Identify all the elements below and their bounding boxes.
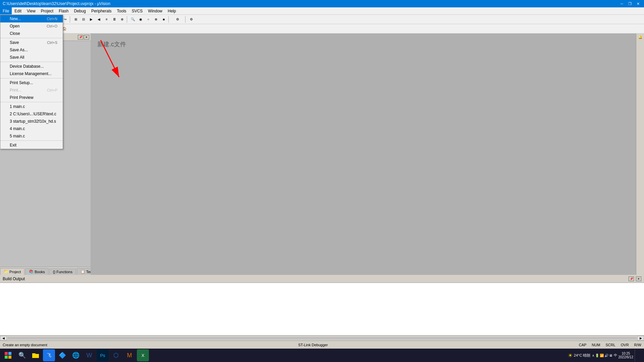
menu-print-label: Print... <box>10 88 21 93</box>
menu-exit-label: Exit <box>10 143 16 147</box>
taskbar-edge[interactable]: 🌐 <box>70 349 82 361</box>
build-scrollbar[interactable]: ◀ ▶ <box>0 335 644 341</box>
tb13[interactable]: ⚙ <box>171 16 184 23</box>
menu-print-setup[interactable]: Print Setup... <box>0 79 63 86</box>
tb1[interactable]: ⊞ <box>72 16 79 23</box>
build-close-btn[interactable]: ✕ <box>636 277 641 281</box>
menu-save-as-label: Save As... <box>10 48 28 52</box>
editor-content[interactable]: 新建.c文件 <box>97 40 126 48</box>
toolbar-main: 📄 📂 💾 ✂ 📋 📌 ↩ ↪ ⊞ ⊟ ▶ ◀ ≡ ≣ ⊕ 🔍 ◉ ○ ⊗ ■ <box>0 15 644 24</box>
taskbar-search[interactable]: 🔍 <box>16 349 28 361</box>
restore-button[interactable]: ❐ <box>627 1 633 6</box>
menu-flash[interactable]: Flash <box>56 7 71 14</box>
minimize-button[interactable]: ─ <box>619 1 625 6</box>
titlebar-controls: ─ ❐ ✕ <box>619 1 641 6</box>
statusbar-rw: R/W <box>634 343 641 347</box>
tab-books[interactable]: 📚 Books <box>25 268 49 275</box>
menu-peripherals[interactable]: Peripherals <box>89 7 114 14</box>
panel-close-btn[interactable]: ✕ <box>84 35 89 40</box>
menu-exit[interactable]: Exit <box>0 141 63 149</box>
taskbar-ps[interactable]: Ps <box>97 349 109 361</box>
statusbar-num: NUM <box>592 343 600 347</box>
tb9[interactable]: ◉ <box>137 16 144 23</box>
menu-recent-5[interactable]: 5 main.c <box>0 132 63 140</box>
project-tab-label: Project <box>9 270 21 274</box>
taskbar-word[interactable]: W <box>83 349 95 361</box>
taskbar-vscode[interactable]: ⬡ <box>110 349 122 361</box>
close-button[interactable]: ✕ <box>635 1 641 6</box>
taskbar-weather[interactable]: ☀ 24°C 晴朗 <box>568 352 591 359</box>
menu-device-database[interactable]: Device Database... <box>0 63 63 70</box>
menu-recent-1[interactable]: 1 main.c <box>0 103 63 110</box>
menu-project[interactable]: Project <box>38 7 56 14</box>
menu-save-all[interactable]: Save All <box>0 54 63 61</box>
tb10[interactable]: ○ <box>145 16 152 23</box>
tab-project[interactable]: 📁 Project <box>0 268 24 275</box>
menu-help[interactable]: Help <box>165 7 179 14</box>
taskbar-clock[interactable]: 10:25 2022/6/12 <box>619 352 634 359</box>
functions-tab-label: Functions <box>56 270 72 274</box>
tb3[interactable]: ▶ <box>88 16 95 23</box>
taskbar-date: 2022/6/12 <box>619 355 634 359</box>
tb7[interactable]: ⊕ <box>118 16 126 23</box>
tab-functions[interactable]: {} Functions <box>49 268 76 275</box>
build-output-content[interactable] <box>0 283 644 335</box>
menu-recent-5-label: 5 main.c <box>10 134 25 138</box>
menu-save-as[interactable]: Save As... <box>0 46 63 54</box>
taskbar-app1[interactable]: 🔷 <box>56 349 68 361</box>
menu-view[interactable]: View <box>24 7 38 14</box>
books-tab-label: Books <box>35 270 45 274</box>
statusbar-ovr: OVR <box>621 343 629 347</box>
start-button[interactable] <box>1 349 15 361</box>
taskbar-ime[interactable]: 中 <box>614 353 617 358</box>
taskbar-excel[interactable]: X <box>137 349 149 361</box>
tb11[interactable]: ⊗ <box>152 16 160 23</box>
taskbar-show-desktop[interactable] <box>635 349 640 361</box>
separator-5 <box>0 140 63 141</box>
project-tab-icon: 📁 <box>4 269 8 274</box>
menu-edit[interactable]: Edit <box>12 7 24 14</box>
menu-window[interactable]: Window <box>145 7 165 14</box>
menu-file[interactable]: File <box>0 7 12 14</box>
right-sidebar-tab[interactable]: 🔔 <box>637 34 643 40</box>
statusbar-right: CAP NUM SCRL OVR R/W <box>579 343 641 347</box>
panel-pin-btn[interactable]: 📌 <box>78 35 83 40</box>
menu-svcs[interactable]: SVCS <box>129 7 146 14</box>
taskbar-matlab[interactable]: M <box>123 349 136 361</box>
tb5[interactable]: ≡ <box>103 16 110 23</box>
svg-rect-4 <box>5 356 8 359</box>
menu-new[interactable]: New... Ctrl+N <box>0 15 63 22</box>
taskbar-files[interactable] <box>30 349 42 361</box>
menu-license[interactable]: License Management... <box>0 70 63 77</box>
menu-tools[interactable]: Tools <box>114 7 129 14</box>
menu-close[interactable]: Close <box>0 30 63 37</box>
tb6[interactable]: ≣ <box>111 16 118 23</box>
menu-open-label: Open <box>10 24 19 28</box>
svg-rect-2 <box>5 352 8 355</box>
right-sidebar: 🔔 <box>636 34 644 275</box>
menu-debug[interactable]: Debug <box>71 7 89 14</box>
statusbar-cap: CAP <box>579 343 587 347</box>
menu-save-label: Save <box>10 40 19 45</box>
menu-recent-2[interactable]: 2 C:\Users\...\USER\text.c <box>0 110 63 118</box>
build-output-header: Build Output 📌 ✕ <box>0 275 644 283</box>
taskbar-feiq[interactable]: 飞 <box>43 349 55 361</box>
tb14[interactable]: ⚙ <box>187 16 195 23</box>
taskbar-tray[interactable]: ∧ 🔋 📶 🔊 🖥 <box>592 354 612 357</box>
menu-recent-4[interactable]: 4 main.c <box>0 125 63 132</box>
menu-open[interactable]: Open Ctrl+O <box>0 22 63 30</box>
menu-recent-3[interactable]: 3 startup_stm32f10x_hd.s <box>0 118 63 125</box>
menu-new-shortcut: Ctrl+N <box>47 17 57 21</box>
tb4[interactable]: ◀ <box>95 16 103 23</box>
menu-print-setup-label: Print Setup... <box>10 80 33 85</box>
tb12[interactable]: ■ <box>160 16 167 23</box>
tb8[interactable]: 🔍 <box>129 16 137 23</box>
menu-open-shortcut: Ctrl+O <box>47 24 57 28</box>
menu-save-all-label: Save All <box>10 55 24 60</box>
build-pin-btn[interactable]: 📌 <box>629 277 634 281</box>
tb2[interactable]: ⊟ <box>80 16 87 23</box>
menu-save[interactable]: Save Ctrl+S <box>0 39 63 46</box>
menu-print-preview[interactable]: Print Preview <box>0 94 63 101</box>
statusbar-scrl: SCRL <box>605 343 615 347</box>
menu-license-label: License Management... <box>10 71 52 76</box>
